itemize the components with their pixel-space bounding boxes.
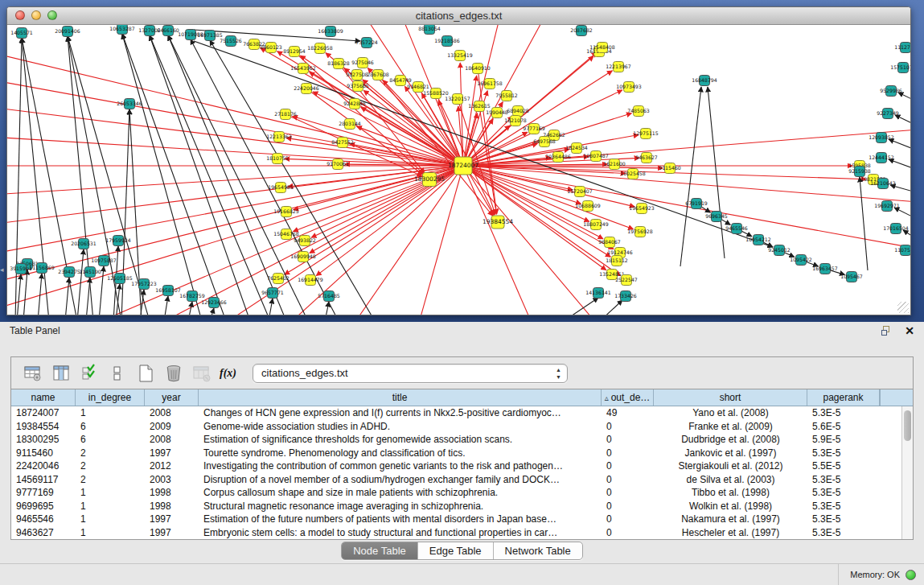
graph-node[interactable]: 16909948 <box>290 252 316 262</box>
cell-in_degree[interactable]: 2 <box>76 447 145 460</box>
graph-node[interactable]: 13325419 <box>447 51 473 61</box>
cell-year[interactable]: 2009 <box>145 420 199 434</box>
graph-node[interactable]: 5716485 <box>318 291 340 302</box>
graph-node[interactable]: 9215938 <box>848 167 871 177</box>
graph-edge[interactable] <box>889 139 910 152</box>
graph-node[interactable]: 19756928 <box>627 227 653 237</box>
graph-node[interactable]: 2803144 <box>339 119 361 130</box>
collapsed-panel-arrow-icon[interactable]: ◂ <box>0 264 6 275</box>
cell-name[interactable]: 9777169 <box>11 486 76 500</box>
cell-pagerank[interactable]: 5.3E-5 <box>807 500 880 513</box>
table-row[interactable]: 1456911722003Disruption of a novel membe… <box>11 473 901 487</box>
graph-node[interactable]: 9684067 <box>598 237 621 248</box>
cell-title[interactable]: Investigating the contribution of common… <box>199 459 602 473</box>
graph-edge[interactable] <box>122 34 202 315</box>
float-panel-icon[interactable] <box>881 326 892 336</box>
cell-pagerank[interactable]: 5.6E-5 <box>807 420 880 434</box>
cell-out_degree[interactable]: 0 <box>602 500 654 513</box>
graph-edge[interactable] <box>122 34 226 315</box>
cell-year[interactable]: 2012 <box>145 459 199 473</box>
cell-year[interactable]: 2008 <box>145 406 199 420</box>
graph-node[interactable]: 20091406 <box>55 27 80 37</box>
cell-name[interactable]: 9115460 <box>11 447 76 460</box>
cell-title[interactable]: Structural magnetic resonance image aver… <box>199 500 602 513</box>
zoom-window-button[interactable] <box>47 10 57 20</box>
cell-name[interactable]: 9465546 <box>11 513 76 526</box>
graph-edge[interactable] <box>269 299 273 315</box>
graph-node[interactable]: 7485063 <box>627 106 650 117</box>
citation-network-canvas[interactable]: 1872400718300295891295418226058165439629… <box>7 25 910 315</box>
graph-node[interactable]: 16543962 <box>290 64 316 74</box>
graph-node[interactable]: 12444152 <box>869 153 894 163</box>
table-row[interactable]: 977716911998Corpus callosum shape and si… <box>11 486 901 500</box>
cell-title[interactable]: Changes of HCN gene expression and I(f) … <box>199 406 602 420</box>
cell-out_degree[interactable]: 0 <box>602 447 654 460</box>
tab-node-table[interactable]: Node Table <box>342 542 418 559</box>
graph-node[interactable]: 9115460 <box>659 163 681 174</box>
graph-node[interactable]: 12213363 <box>266 132 292 142</box>
graph-node[interactable]: 12213967 <box>606 62 631 72</box>
cell-in_degree[interactable]: 1 <box>76 486 145 500</box>
graph-node[interactable]: 1815112 <box>606 256 628 266</box>
graph-node[interactable]: 2522547 <box>615 275 638 286</box>
graph-node[interactable]: 9463627 <box>635 153 658 163</box>
cell-short[interactable]: Tibbo et al. (1998) <box>654 486 807 500</box>
graph-node[interactable]: 15751074 <box>890 63 910 73</box>
cell-short[interactable]: Franke et al. (2009) <box>654 420 807 434</box>
graph-node[interactable]: 8186328 <box>327 59 350 69</box>
cell-pagerank[interactable]: 5.3E-5 <box>807 526 880 540</box>
cell-name[interactable]: 18724007 <box>11 406 76 420</box>
table-row[interactable]: 911546021997Tourette syndrome. Phenomeno… <box>11 447 901 460</box>
graph-node[interactable]: 18300295 <box>414 173 445 187</box>
table-row[interactable]: 969969511998Structural magnetic resonanc… <box>11 500 901 513</box>
citation-edge[interactable] <box>7 166 463 196</box>
graph-node[interactable]: 15720407 <box>567 187 593 197</box>
cell-out_degree[interactable]: 0 <box>602 459 654 473</box>
cell-out_degree[interactable]: 0 <box>602 433 654 447</box>
cell-short[interactable]: Dudbridge et al. (2008) <box>654 433 807 447</box>
graph-edge[interactable] <box>65 278 69 315</box>
cell-out_degree[interactable]: 0 <box>602 526 654 540</box>
graph-edge[interactable] <box>22 38 49 315</box>
graph-edge[interactable] <box>194 41 773 247</box>
cell-name[interactable]: 19384554 <box>11 420 76 434</box>
cell-pagerank[interactable]: 5.3E-5 <box>807 473 880 487</box>
graph-node[interactable]: 9696345 <box>705 212 728 222</box>
graph-node[interactable]: 19654923 <box>629 204 655 214</box>
cell-out_degree[interactable]: 49 <box>602 406 654 420</box>
graph-edge[interactable] <box>708 87 725 258</box>
scrollbar-thumb[interactable] <box>904 410 911 441</box>
graph-edge[interactable] <box>680 87 701 266</box>
graph-node[interactable]: 1405571 <box>10 28 33 39</box>
graph-node[interactable]: 17957223 <box>131 279 157 290</box>
graph-node[interactable]: 19654985 <box>268 183 294 193</box>
graph-edge[interactable] <box>121 109 129 315</box>
graph-edge[interactable] <box>164 296 168 315</box>
tab-edge-table[interactable]: Edge Table <box>418 542 494 559</box>
cell-in_degree[interactable]: 1 <box>76 513 145 526</box>
cell-out_degree[interactable]: 0 <box>602 486 654 500</box>
graph-node[interactable]: 19384554 <box>483 216 513 229</box>
window-resize-grip[interactable] <box>897 302 909 313</box>
cell-year[interactable]: 1997 <box>145 526 199 540</box>
cell-in_degree[interactable]: 2 <box>76 473 145 487</box>
graph-node[interactable]: 10975887 <box>91 256 117 266</box>
graph-edge[interactable] <box>903 230 910 242</box>
cell-title[interactable]: Tourette syndrome. Phenomenology and cla… <box>199 447 602 460</box>
graph-edge[interactable] <box>890 185 910 194</box>
graph-node[interactable]: 16033809 <box>318 27 343 37</box>
cell-year[interactable]: 1997 <box>145 447 199 460</box>
graph-node[interactable]: 17016504 <box>883 224 909 234</box>
graph-node[interactable]: 18226058 <box>307 43 333 54</box>
cell-short[interactable]: Yano et al. (2008) <box>654 406 807 420</box>
graph-edge[interactable] <box>325 302 329 315</box>
graph-node[interactable]: 12505185 <box>107 274 133 284</box>
cell-pagerank[interactable]: 5.3E-5 <box>807 513 880 526</box>
cell-in_degree[interactable]: 2 <box>76 459 145 473</box>
cell-name[interactable]: 18300295 <box>11 433 76 447</box>
graph-node[interactable]: 1810755 <box>266 154 289 164</box>
function-builder-icon[interactable]: f(x) <box>220 367 236 380</box>
graph-node[interactable]: 10954212 <box>745 235 771 245</box>
cell-short[interactable]: de Silva et al. (2003) <box>654 473 807 487</box>
tab-network-table[interactable]: Network Table <box>494 542 582 559</box>
